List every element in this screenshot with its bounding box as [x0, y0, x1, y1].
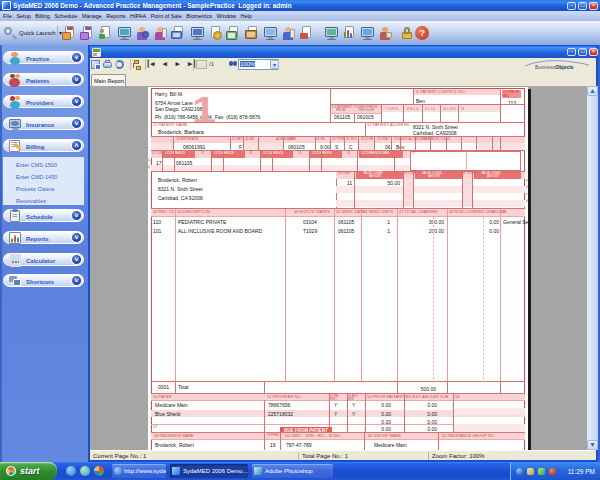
svg-text:BusinessObjects: BusinessObjects [535, 64, 574, 70]
